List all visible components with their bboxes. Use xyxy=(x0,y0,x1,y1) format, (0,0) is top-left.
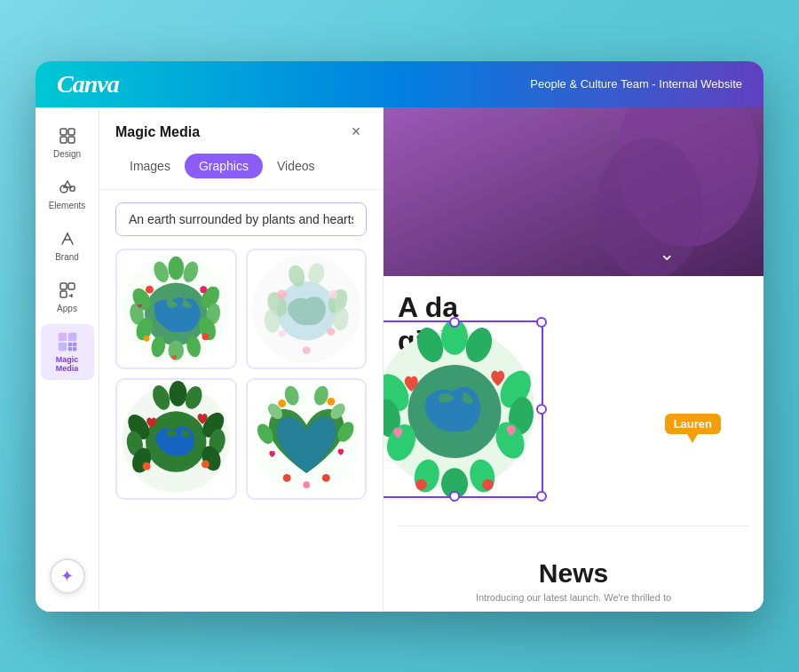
lauren-tooltip: Lauren xyxy=(665,414,721,434)
close-button[interactable]: × xyxy=(345,122,367,143)
svg-rect-5 xyxy=(70,186,75,191)
content-area: Design Elements xyxy=(36,107,763,612)
svg-rect-8 xyxy=(60,291,67,297)
svg-point-60 xyxy=(143,462,151,470)
sparkle-icon: ✦ xyxy=(60,566,74,586)
svg-rect-7 xyxy=(68,283,75,289)
svg-rect-6 xyxy=(60,283,67,289)
svg-point-92 xyxy=(482,478,494,490)
svg-point-72 xyxy=(278,399,286,407)
svg-point-71 xyxy=(303,481,310,488)
tabs-container: Images Graphics Videos xyxy=(99,154,383,190)
svg-point-69 xyxy=(282,474,290,482)
close-icon: × xyxy=(352,123,361,141)
sidebar: Design Elements xyxy=(36,107,99,612)
svg-rect-11 xyxy=(58,332,66,340)
magic-media-panel: Magic Media × Images Graphics Videos xyxy=(99,107,384,612)
website-preview: ⌄ Lauren A da givin Our upcoming Comcomm… xyxy=(384,107,763,612)
search-area xyxy=(99,190,383,249)
svg-rect-17 xyxy=(73,347,76,351)
svg-rect-13 xyxy=(58,342,66,350)
apps-icon xyxy=(57,280,78,301)
main-window: Canva People & Culture Team - Internal W… xyxy=(36,61,763,612)
shapes-icon xyxy=(57,177,78,198)
hero-banner: ⌄ xyxy=(384,107,763,276)
sidebar-item-apps[interactable]: Apps xyxy=(41,273,94,320)
sidebar-item-brand[interactable]: Brand xyxy=(41,221,94,269)
top-bar: Canva People & Culture Team - Internal W… xyxy=(36,61,763,107)
svg-point-35 xyxy=(202,333,210,340)
selected-image[interactable] xyxy=(384,320,543,498)
panel-title: Magic Media xyxy=(115,124,200,140)
svg-point-48 xyxy=(327,328,335,336)
image-result-3[interactable] xyxy=(115,378,237,500)
svg-point-58 xyxy=(170,381,187,407)
tab-images[interactable]: Images xyxy=(115,154,185,178)
sidebar-item-elements-label: Elements xyxy=(49,201,86,210)
magic-media-icon xyxy=(57,331,78,352)
svg-point-61 xyxy=(202,461,210,469)
svg-point-89 xyxy=(441,468,468,498)
svg-point-91 xyxy=(415,478,427,490)
sidebar-item-elements[interactable]: Elements xyxy=(41,170,94,217)
svg-point-86 xyxy=(441,320,468,355)
svg-rect-10 xyxy=(68,295,72,296)
panel-header: Magic Media × xyxy=(99,107,383,154)
news-text: Introducing our latest launch. We're thr… xyxy=(398,592,749,603)
svg-rect-12 xyxy=(67,332,75,340)
svg-rect-16 xyxy=(67,347,71,351)
svg-point-45 xyxy=(328,289,337,298)
svg-point-32 xyxy=(146,285,154,293)
image-grid xyxy=(99,249,383,514)
sidebar-item-design[interactable]: Design xyxy=(41,118,94,166)
top-bar-title: People & Culture Team - Internal Website xyxy=(530,77,742,91)
image-result-1[interactable] xyxy=(115,249,237,370)
svg-rect-15 xyxy=(73,342,76,345)
svg-point-76 xyxy=(597,138,703,276)
tab-graphics[interactable]: Graphics xyxy=(185,154,263,178)
sidebar-item-design-label: Design xyxy=(53,149,81,159)
svg-point-73 xyxy=(327,398,335,406)
search-input[interactable] xyxy=(115,202,367,236)
image-result-2[interactable] xyxy=(246,249,368,370)
magic-sparkle-button[interactable]: ✦ xyxy=(50,558,85,594)
svg-point-47 xyxy=(278,329,285,336)
svg-point-33 xyxy=(200,286,207,293)
preview-content-area: Lauren A da givin Our upcoming Comcommit… xyxy=(384,276,763,612)
sidebar-item-apps-label: Apps xyxy=(57,304,77,313)
svg-point-46 xyxy=(302,346,310,354)
news-section: News Introducing our latest launch. We'r… xyxy=(398,558,749,603)
svg-point-34 xyxy=(144,336,150,342)
svg-rect-14 xyxy=(67,342,71,345)
canva-logo: Canva xyxy=(57,70,119,99)
tab-videos[interactable]: Videos xyxy=(263,154,329,178)
brand-icon xyxy=(57,228,78,249)
svg-rect-0 xyxy=(60,129,67,135)
svg-point-27 xyxy=(168,256,184,280)
svg-point-70 xyxy=(321,474,329,482)
svg-rect-2 xyxy=(60,137,67,143)
svg-point-44 xyxy=(277,289,287,299)
canvas-area: ⌄ Lauren A da givin Our upcoming Comcomm… xyxy=(384,107,763,612)
sidebar-item-magic-media[interactable]: MagicMedia xyxy=(41,324,94,380)
svg-rect-1 xyxy=(68,129,75,135)
news-heading: News xyxy=(398,558,749,589)
sidebar-item-magic-label: MagicMedia xyxy=(56,355,79,373)
svg-rect-3 xyxy=(68,137,75,143)
sidebar-item-brand-label: Brand xyxy=(55,252,79,262)
grid-icon xyxy=(57,125,78,146)
chevron-down-icon[interactable]: ⌄ xyxy=(659,242,675,265)
image-result-4[interactable] xyxy=(246,378,368,500)
